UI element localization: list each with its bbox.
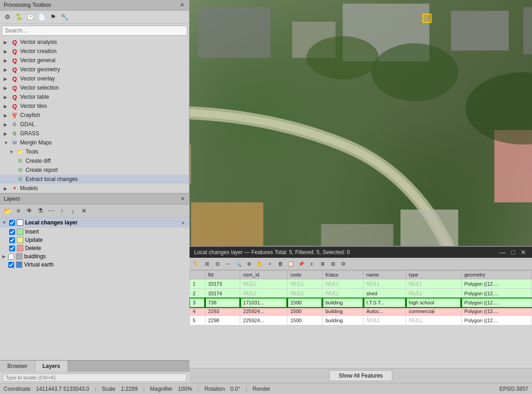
processing-toolbox-close[interactable]: ✕ [179, 2, 185, 8]
col-header-name[interactable]: name [363, 271, 406, 279]
ft-edit-btn[interactable]: ✏️ [191, 259, 201, 269]
ft-new-btn[interactable]: + [265, 259, 275, 269]
layer-checkbox-update[interactable] [9, 237, 15, 243]
row-fclass: NULL [322, 279, 363, 289]
tree-label-vector-general: Vector general [20, 57, 55, 64]
col-header-fid[interactable]: fid [205, 271, 240, 279]
tab-browser[interactable]: Browser [0, 361, 35, 372]
tree-item-vector-general[interactable]: ▶ Q Vector general [0, 56, 189, 65]
layer-item-update[interactable]: Update [0, 236, 190, 244]
ft-layout-btn[interactable]: ≣ [317, 259, 327, 269]
tree-item-tools[interactable]: ▼ 📁 Tools [0, 147, 189, 156]
ft-filter-btn[interactable]: 🔍 [233, 259, 243, 269]
processing-toolbox-header: Processing Toolbox ✕ [0, 0, 189, 11]
tree-item-create-diff[interactable]: ⚙ Create diff [0, 156, 189, 165]
col-header-type[interactable]: type [406, 271, 462, 279]
python-icon-btn[interactable]: 🐍 [14, 12, 24, 22]
ft-dock-btn[interactable]: ⊞ [328, 259, 338, 269]
layer-move-down-btn[interactable]: ↓ [68, 206, 78, 216]
layer-item-local-changes[interactable]: ▼ Local changes layer ≡ [0, 218, 190, 228]
layer-item-virtual-earth[interactable]: ▶ Virtual earth [0, 261, 190, 269]
layer-item-buildings[interactable]: ▶ buidlings [0, 252, 190, 261]
ft-select-all-btn[interactable]: ⊞ [202, 259, 212, 269]
layer-checkbox-delete[interactable] [9, 245, 15, 251]
tree-item-grass[interactable]: ▶ G GRASS [0, 129, 189, 138]
col-header-fclass[interactable]: fclass [322, 271, 363, 279]
tree-item-vector-geometry[interactable]: ▶ Q Vector geometry [0, 65, 189, 74]
layer-visible-btn[interactable]: 👁 [24, 206, 34, 216]
feature-table-minimize[interactable]: — [498, 249, 507, 256]
row-num: 1 [190, 279, 205, 289]
locate-input[interactable] [3, 373, 187, 382]
ft-copy-btn[interactable]: 📋 [286, 259, 296, 269]
layer-label-local-changes: Local changes layer [25, 219, 78, 226]
expand-arrow: ▶ [4, 104, 9, 109]
layer-remove-btn[interactable]: ✕ [79, 206, 89, 216]
feature-table-restore[interactable]: □ [510, 249, 516, 256]
tree-item-extract-local-changes[interactable]: ⚙ Extract local changes [0, 175, 189, 184]
row-fclass: building [322, 298, 363, 307]
layer-options-btn-local[interactable]: ≡ [179, 218, 187, 227]
layer-filter2-btn[interactable]: ⚗ [35, 206, 45, 216]
tree-item-create-report[interactable]: ⚙ Create report [0, 165, 189, 175]
layer-checkbox-virtual-earth[interactable] [8, 262, 14, 268]
layer-checkbox-local-changes[interactable] [9, 220, 15, 226]
feature-table-header: Local changes layer — Features Total: 5,… [190, 247, 532, 258]
feature-table-wrap[interactable]: fid osm_id code fclass name type geometr… [190, 270, 532, 368]
tree-item-models[interactable]: ▶ ✦ Models [0, 184, 189, 193]
table-row[interactable]: 5 2298 225924... 1500 building NULL NULL… [190, 316, 532, 325]
tree-item-vector-analysis[interactable]: ▶ Q Vector analysis [0, 37, 189, 47]
ft-expression-btn[interactable]: ε [307, 259, 317, 269]
layer-checkbox-insert[interactable] [9, 229, 15, 235]
show-all-features-button[interactable]: Show All Features [329, 370, 393, 381]
ft-delete-btn[interactable]: 🗑 [275, 259, 285, 269]
table-row[interactable]: 3 738 171031... 1500 building I.T.S.T...… [190, 298, 532, 307]
ft-pan-btn[interactable]: ✋ [254, 259, 264, 269]
row-code: 1500 [287, 298, 322, 307]
tree-item-vector-tiles[interactable]: ▶ Q Vector tiles [0, 101, 189, 111]
layer-color-insert [17, 229, 23, 235]
wrench-icon-btn[interactable]: 🔧 [59, 12, 69, 22]
row-type: high school [406, 298, 462, 307]
clock-icon-btn[interactable]: 🕐 [25, 12, 35, 22]
flag-icon-btn[interactable]: ⚑ [48, 12, 58, 22]
tree-item-mergin-maps[interactable]: ▼ M Mergin Maps [0, 138, 189, 147]
ft-zoom-btn[interactable]: ⊕ [244, 259, 254, 269]
ft-settings-btn[interactable]: ⚙ [338, 259, 348, 269]
table-row[interactable]: 1 33173 NULL NULL NULL NULL NULL Polygon… [190, 279, 532, 289]
tree-item-crayfish[interactable]: ▶ 🦞 Crayfish [0, 111, 189, 120]
table-row[interactable]: 2 33174 NULL NULL NULL shed NULL Polygon… [190, 289, 532, 298]
search-input[interactable] [2, 26, 187, 36]
models-icon: ✦ [11, 185, 18, 192]
tree-label-models: Models [20, 185, 38, 192]
tree-item-vector-table[interactable]: ▶ Q Vector table [0, 92, 189, 101]
tree-item-vector-selection[interactable]: ▶ Q Vector selection [0, 83, 189, 92]
feature-table-close[interactable]: ✕ [519, 249, 527, 256]
tree-item-vector-overlay[interactable]: ▶ Q Vector overlay [0, 74, 189, 83]
expand-arrow: ▶ [4, 49, 9, 54]
table-row[interactable]: 4 2293 225924... 1500 building Autoc... … [190, 307, 532, 316]
layer-filter-btn[interactable]: ≡ [13, 206, 23, 216]
ft-invert-btn[interactable]: ↔ [223, 259, 233, 269]
layer-item-delete[interactable]: Delete [0, 244, 190, 252]
layer-checkbox-buildings[interactable] [8, 254, 14, 260]
layer-open-btn[interactable]: 📂 [2, 206, 12, 216]
row-code: 1500 [287, 307, 322, 316]
layer-options-btn[interactable]: ⋯ [46, 206, 56, 216]
col-header-geometry[interactable]: geometry [461, 271, 532, 279]
tab-layers[interactable]: Layers [35, 361, 68, 372]
ft-deselect-btn[interactable]: ⊟ [212, 259, 222, 269]
script-icon-btn[interactable]: 📄 [37, 12, 47, 22]
expand-arrow: ▶ [4, 122, 9, 127]
layers-panel-close[interactable]: ✕ [179, 196, 186, 202]
ft-paste-btn[interactable]: 📌 [296, 259, 306, 269]
col-header-num [190, 271, 205, 279]
tree-item-gdal[interactable]: ▶ G GDAL [0, 120, 189, 129]
layer-move-up-btn[interactable]: ↑ [57, 206, 67, 216]
col-header-osm-id[interactable]: osm_id [240, 271, 288, 279]
row-osm-id: 225924... [240, 307, 288, 316]
col-header-code[interactable]: code [287, 271, 322, 279]
tree-item-vector-creation[interactable]: ▶ Q Vector creation [0, 47, 189, 56]
gear-icon-btn[interactable]: ⚙ [2, 12, 12, 22]
layer-item-insert[interactable]: Insert [0, 228, 190, 236]
